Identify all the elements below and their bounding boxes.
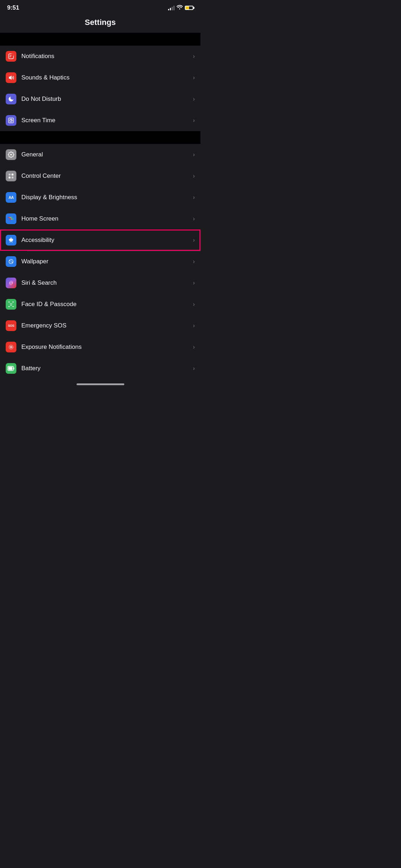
settings-item-screentime[interactable]: Screen Time › (0, 110, 200, 131)
svg-point-9 (10, 154, 12, 156)
settings-item-display[interactable]: AA Display & Brightness › (0, 187, 200, 208)
faceid-chevron: › (193, 301, 195, 308)
svg-rect-18 (9, 218, 10, 219)
donotdisturb-chevron: › (193, 96, 195, 102)
svg-point-39 (11, 303, 12, 304)
svg-rect-37 (12, 306, 14, 307)
status-bar: 9:51 (0, 0, 200, 14)
settings-item-donotdisturb[interactable]: Do Not Disturb › (0, 88, 200, 110)
sounds-chevron: › (193, 74, 195, 81)
svg-rect-45 (14, 368, 15, 370)
svg-point-41 (10, 346, 12, 348)
battery-status-icon (185, 6, 193, 10)
exposurenotif-label: Exposure Notifications (21, 343, 193, 351)
svg-point-38 (10, 303, 11, 304)
notifications-icon (6, 51, 16, 62)
settings-item-wallpaper[interactable]: Wallpaper › (0, 251, 200, 272)
settings-item-siri[interactable]: Siri & Search › (0, 272, 200, 294)
svg-rect-2 (10, 56, 12, 56)
homescreen-icon (6, 213, 16, 224)
svg-rect-14 (9, 217, 10, 218)
svg-rect-46 (9, 367, 13, 370)
siri-label: Siri & Search (21, 279, 193, 286)
exposurenotif-icon (6, 342, 16, 352)
home-bar (77, 383, 124, 385)
svg-rect-3 (10, 57, 11, 57)
svg-rect-11 (12, 174, 14, 175)
wallpaper-label: Wallpaper (21, 258, 193, 265)
controlcenter-chevron: › (193, 173, 195, 179)
svg-rect-36 (9, 306, 10, 307)
faceid-icon (6, 299, 16, 310)
settings-item-exposurenotif[interactable]: Exposure Notifications › (0, 336, 200, 358)
general-label: General (21, 151, 193, 158)
svg-point-30 (11, 261, 11, 262)
svg-rect-17 (12, 217, 14, 218)
battery-label: Battery (21, 365, 193, 372)
emergencysos-chevron: › (193, 322, 195, 329)
settings-item-faceid[interactable]: Face ID & Passcode › (0, 294, 200, 315)
svg-rect-22 (9, 220, 10, 221)
accessibility-chevron: › (193, 237, 195, 243)
settings-item-battery[interactable]: Battery › (0, 358, 200, 379)
settings-item-notifications[interactable]: Notifications › (0, 46, 200, 67)
emergencysos-label: Emergency SOS (21, 322, 193, 329)
exposurenotif-chevron: › (193, 344, 195, 350)
status-icons (168, 5, 193, 11)
svg-rect-12 (9, 177, 10, 179)
faceid-label: Face ID & Passcode (21, 301, 193, 308)
display-icon: AA (6, 192, 16, 203)
notifications-chevron: › (193, 53, 195, 60)
homescreen-label: Home Screen (21, 215, 193, 222)
settings-header: Settings (0, 14, 200, 33)
controlcenter-icon (6, 171, 16, 181)
svg-rect-10 (9, 174, 10, 175)
page-title: Settings (85, 18, 116, 27)
settings-item-general[interactable]: General › (0, 144, 200, 165)
svg-rect-15 (10, 217, 11, 218)
accessibility-icon (6, 235, 16, 246)
section-divider-1 (0, 33, 200, 46)
settings-item-controlcenter[interactable]: Control Center › (0, 165, 200, 187)
wallpaper-chevron: › (193, 258, 195, 265)
settings-group-1: Notifications › Sounds & Haptics › Do No… (0, 46, 200, 131)
display-label: Display & Brightness (21, 194, 193, 201)
settings-item-homescreen[interactable]: Home Screen › (0, 208, 200, 229)
battery-chevron: › (193, 365, 195, 372)
settings-item-emergencysos[interactable]: SOS Emergency SOS › (0, 315, 200, 336)
home-indicator (0, 379, 200, 388)
settings-item-sounds[interactable]: Sounds & Haptics › (0, 67, 200, 88)
settings-item-accessibility[interactable]: Accessibility › (0, 229, 200, 251)
settings-group-2: General › Control Center › AA Display & … (0, 144, 200, 379)
donotdisturb-label: Do Not Disturb (21, 95, 193, 103)
svg-rect-21 (12, 218, 14, 219)
general-chevron: › (193, 151, 195, 158)
sounds-icon (6, 72, 16, 83)
svg-marker-4 (9, 76, 12, 80)
status-time: 9:51 (7, 4, 19, 11)
section-divider-2 (0, 131, 200, 144)
general-icon (6, 149, 16, 160)
wallpaper-icon (6, 256, 16, 267)
display-chevron: › (193, 194, 195, 201)
controlcenter-label: Control Center (21, 172, 193, 180)
homescreen-chevron: › (193, 216, 195, 222)
signal-icon (168, 6, 175, 10)
svg-rect-19 (10, 218, 11, 219)
svg-rect-13 (12, 177, 14, 179)
svg-point-24 (11, 238, 12, 239)
svg-point-28 (11, 262, 13, 263)
svg-rect-23 (10, 220, 11, 221)
battery-icon (6, 363, 16, 374)
donotdisturb-icon (6, 94, 16, 104)
accessibility-label: Accessibility (21, 237, 193, 244)
screentime-icon (6, 115, 16, 126)
notifications-label: Notifications (21, 53, 193, 60)
svg-rect-34 (9, 302, 10, 303)
svg-point-27 (11, 260, 12, 260)
siri-icon (6, 278, 16, 288)
svg-rect-35 (12, 302, 14, 303)
svg-rect-16 (11, 217, 12, 218)
screentime-chevron: › (193, 117, 195, 124)
svg-rect-20 (11, 218, 12, 219)
